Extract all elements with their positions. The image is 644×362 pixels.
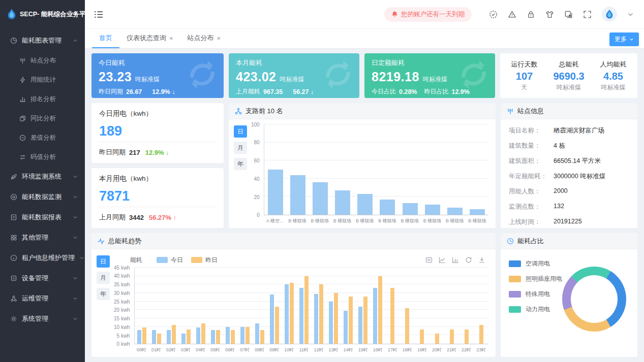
collapse-menu-icon[interactable] bbox=[94, 11, 103, 18]
close-icon[interactable]: × bbox=[217, 35, 221, 42]
donut-hole bbox=[571, 275, 618, 323]
site-info-list: 项目名称：栖霞湖滨财富广场 建筑数量：4 栋 建筑面积：66505.14 平方米… bbox=[501, 119, 637, 228]
trend-bar-chart: 45 kwh40 kwh35 kwh30 kwh25 kwh20 kwh15 k… bbox=[112, 268, 488, 353]
filter-month-button[interactable]: 月 bbox=[97, 272, 110, 284]
sidebar-item-code-value-analysis[interactable]: 码值分析 bbox=[0, 147, 85, 167]
chevron-down-icon bbox=[73, 296, 78, 301]
chevron-down-icon bbox=[79, 255, 84, 260]
chevron-up-icon bbox=[73, 38, 78, 43]
filter-day-button[interactable]: 日 bbox=[234, 125, 247, 138]
sidebar-group-energy-data-monitoring[interactable]: 能耗数据监测 bbox=[0, 187, 85, 207]
branch-filters: 日 月 年 bbox=[234, 124, 249, 224]
chevron-down-icon[interactable] bbox=[627, 11, 634, 18]
sidebar-group-ops-management[interactable]: 运维管理 bbox=[0, 288, 85, 309]
badge-check-icon[interactable] bbox=[489, 10, 498, 19]
panel-energy-ratio: 能耗占比 空调用电 照明插座用电 特殊用电 动力用电 bbox=[501, 233, 637, 357]
lightning-icon bbox=[19, 77, 26, 83]
site-row: 用能人数：2000 bbox=[509, 187, 629, 196]
bar-chart-icon[interactable] bbox=[452, 256, 459, 264]
legend-item-lighting[interactable]: 照明插座用电 bbox=[509, 275, 562, 283]
stat-per-capita-energy: 人均能耗 4.85 吨标准煤 bbox=[600, 60, 627, 92]
sidebar-group-device-management[interactable]: 设备管理 bbox=[0, 268, 85, 288]
sidebar-group-tenant-info[interactable]: 租户信息维护管理 bbox=[0, 248, 85, 268]
nodes-icon bbox=[10, 295, 17, 302]
change-badge: 12.9% ↓ bbox=[145, 149, 169, 156]
site-row: 年定额能耗：3000000 吨标准煤 bbox=[509, 172, 629, 181]
legend-item-yesterday[interactable]: 昨日 bbox=[191, 256, 218, 265]
download-icon[interactable] bbox=[478, 256, 485, 264]
card-month-energy: 本月能耗 423.02吨标准煤 上月能耗967.3556.27 ↓ bbox=[229, 53, 359, 98]
site-row: 建筑数量：4 栋 bbox=[509, 142, 629, 150]
tabbar: 首页 仪表状态查询 × 站点分布 × 更多 bbox=[85, 28, 644, 48]
ratio-legend: 空调用电 照明插座用电 特殊用电 动力用电 bbox=[509, 259, 562, 314]
site-row: 上线时间：20191225 bbox=[509, 218, 629, 226]
filter-day-button[interactable]: 日 bbox=[97, 255, 110, 268]
sidebar-group-energy-charts[interactable]: 能耗图表管理 bbox=[0, 30, 85, 51]
data-view-icon[interactable] bbox=[425, 256, 433, 264]
legend-chip bbox=[191, 257, 202, 263]
sidebar-group-other-management[interactable]: 其他管理 bbox=[0, 227, 85, 248]
more-button[interactable]: 更多 bbox=[609, 32, 639, 46]
bell-icon bbox=[391, 11, 398, 18]
tab-meter-status[interactable]: 仪表状态查询 × bbox=[119, 29, 180, 48]
sidebar: SECP- 能耗综合业务平台 能耗图表管理 站点分布 用能统计 排名分析 bbox=[0, 0, 85, 362]
close-icon[interactable]: × bbox=[169, 35, 173, 42]
tab-home[interactable]: 首页 bbox=[92, 29, 119, 48]
recycle-icon bbox=[184, 56, 221, 93]
chevron-down-icon bbox=[73, 276, 78, 281]
lock-icon[interactable] bbox=[527, 10, 535, 19]
panel-ratio-header: 能耗占比 bbox=[501, 233, 637, 249]
user-avatar[interactable] bbox=[602, 7, 617, 22]
legend-chip bbox=[157, 257, 168, 263]
panel-title: 支路前 10 名 bbox=[246, 107, 283, 116]
card-daily-quota-energy: 日定额能耗 8219.18吨标准煤 今日占比0.28%昨日占比12.9% bbox=[364, 53, 495, 98]
target-icon bbox=[10, 193, 17, 201]
report-icon bbox=[10, 214, 17, 221]
images-icon[interactable] bbox=[564, 10, 573, 19]
logo-flame-icon bbox=[7, 8, 16, 20]
legend-item-power[interactable]: 动力用电 bbox=[509, 305, 562, 314]
legend-chip bbox=[509, 260, 521, 267]
sidebar-item-site-distribution[interactable]: 站点分布 bbox=[0, 51, 85, 70]
device-icon bbox=[10, 275, 17, 282]
legend-item-today[interactable]: 今日 bbox=[157, 256, 183, 265]
account-expiry-alert[interactable]: 您的账户还有一天到期 bbox=[384, 7, 472, 22]
pulse-line-icon bbox=[98, 238, 105, 245]
topbar: 您的账户还有一天到期 bbox=[85, 0, 644, 28]
theme-tshirt-icon[interactable] bbox=[545, 10, 554, 19]
sidebar-group-energy-data-reports[interactable]: 能耗数据报表 bbox=[0, 207, 85, 227]
gear-icon bbox=[10, 315, 17, 322]
chevron-down-icon bbox=[73, 194, 78, 200]
filter-month-button[interactable]: 月 bbox=[234, 142, 247, 154]
sidebar-item-difference-analysis[interactable]: 差值分析 bbox=[0, 128, 85, 147]
summary-row: 今日能耗 23.23吨标准煤 昨日同期26.6712.9% ↓ 本月能耗 423… bbox=[91, 53, 637, 98]
sidebar-item-usage-stats[interactable]: 用能统计 bbox=[0, 70, 85, 89]
sidebar-menu: 能耗图表管理 站点分布 用能统计 排名分析 同比分析 差值分析 bbox=[0, 28, 85, 362]
copy-icon bbox=[19, 115, 26, 122]
app-logo: SECP- 能耗综合业务平台 bbox=[0, 0, 85, 28]
refresh-icon[interactable] bbox=[465, 256, 472, 264]
sidebar-item-ranking[interactable]: 排名分析 bbox=[0, 89, 85, 109]
line-chart-icon[interactable] bbox=[439, 256, 446, 264]
usage-column: 今日用电（kwh） 189 昨日同期21712.9% ↓ 本月用电（kwh） 7… bbox=[91, 103, 224, 228]
y-axis-name: 能耗 bbox=[130, 256, 142, 265]
panel-title: 能耗占比 bbox=[517, 237, 544, 246]
tab-site-distribution[interactable]: 站点分布 × bbox=[180, 29, 228, 48]
sidebar-group-system-management[interactable]: 系统管理 bbox=[0, 309, 85, 329]
panels-grid: 今日用电（kwh） 189 昨日同期21712.9% ↓ 本月用电（kwh） 7… bbox=[91, 103, 637, 357]
grid-circles-icon bbox=[10, 234, 17, 241]
legend-item-special[interactable]: 特殊用电 bbox=[509, 290, 562, 299]
today-energy-value: 23.23 bbox=[99, 70, 132, 84]
warning-triangle-icon[interactable] bbox=[508, 10, 516, 19]
filter-year-button[interactable]: 年 bbox=[234, 158, 247, 170]
stat-running-days: 运行天数 107 天 bbox=[511, 60, 537, 92]
sidebar-item-yoy-analysis[interactable]: 同比分析 bbox=[0, 109, 85, 128]
legend-item-ac[interactable]: 空调用电 bbox=[509, 259, 562, 268]
fullscreen-icon[interactable] bbox=[583, 10, 592, 19]
legend-chip bbox=[509, 306, 521, 313]
bar-chart-icon bbox=[19, 96, 26, 103]
sidebar-group-environment-monitoring[interactable]: 环境监测系统 bbox=[0, 167, 85, 187]
trend-legend: 今日 昨日 bbox=[157, 256, 218, 265]
card-month-electricity: 本月用电（kwh） 7871 上月同期344256.27% ↑ bbox=[91, 168, 224, 228]
filter-year-button[interactable]: 年 bbox=[97, 288, 110, 300]
